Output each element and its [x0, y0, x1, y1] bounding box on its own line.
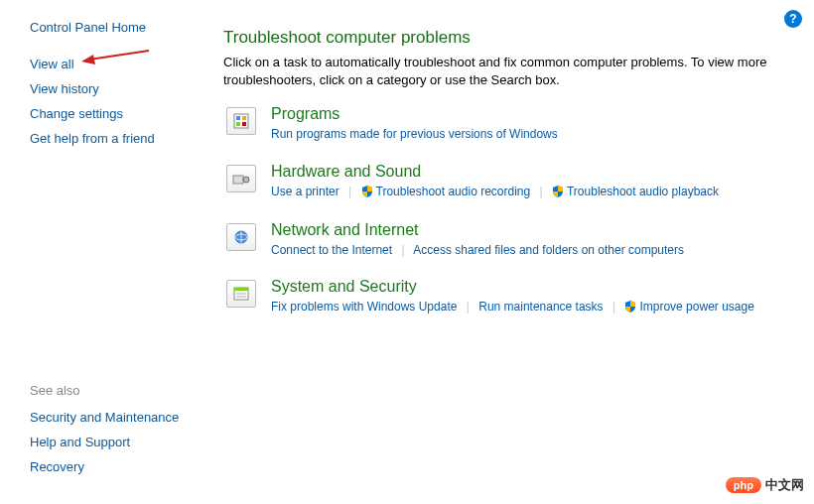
- separator: |: [401, 243, 404, 257]
- svg-rect-3: [236, 116, 240, 120]
- help-button[interactable]: ?: [784, 10, 802, 28]
- svg-rect-6: [242, 122, 246, 126]
- system-security-icon: [223, 278, 259, 310]
- watermark: php 中文网: [726, 476, 804, 494]
- svg-rect-7: [233, 176, 243, 184]
- watermark-text: 中文网: [765, 476, 804, 494]
- see-also-recovery[interactable]: Recovery: [30, 459, 208, 474]
- separator: |: [540, 185, 543, 198]
- uac-shield-icon: [624, 300, 636, 318]
- hardware-icon: [223, 163, 259, 194]
- page-title: Troubleshoot computer problems: [223, 28, 789, 48]
- separator: |: [467, 300, 470, 314]
- link-shared-files[interactable]: Access shared files and folders on other…: [413, 243, 684, 257]
- network-icon: [223, 221, 259, 253]
- category-title-hardware[interactable]: Hardware and Sound: [271, 163, 789, 181]
- category-title-network[interactable]: Network and Internet: [271, 221, 789, 239]
- category-system-security: System and Security Fix problems with Wi…: [223, 278, 789, 318]
- link-use-printer[interactable]: Use a printer: [271, 185, 339, 198]
- separator: |: [612, 300, 615, 314]
- uac-shield-icon: [361, 185, 373, 203]
- category-title-system[interactable]: System and Security: [271, 278, 789, 296]
- svg-rect-5: [236, 122, 240, 126]
- link-power-usage[interactable]: Improve power usage: [639, 300, 753, 314]
- watermark-badge: php: [726, 477, 761, 493]
- svg-rect-13: [234, 288, 248, 291]
- link-audio-playback[interactable]: Troubleshoot audio playback: [567, 185, 719, 198]
- main-content: Troubleshoot computer problems Click on …: [208, 0, 814, 504]
- link-audio-recording[interactable]: Troubleshoot audio recording: [376, 185, 531, 198]
- category-title-programs[interactable]: Programs: [271, 105, 789, 123]
- page-description: Click on a task to automatically trouble…: [223, 54, 789, 89]
- link-windows-update[interactable]: Fix problems with Windows Update: [271, 300, 457, 314]
- category-hardware-sound: Hardware and Sound Use a printer | Troub…: [223, 163, 789, 203]
- category-programs: Programs Run programs made for previous …: [223, 105, 789, 144]
- category-network: Network and Internet Connect to the Inte…: [223, 221, 789, 260]
- uac-shield-icon: [552, 185, 564, 203]
- see-also-header: See also: [30, 383, 208, 398]
- separator: |: [348, 185, 351, 198]
- link-maintenance[interactable]: Run maintenance tasks: [478, 300, 603, 314]
- svg-point-8: [243, 177, 249, 183]
- sidebar-link-change-settings[interactable]: Change settings: [30, 106, 208, 121]
- sidebar-link-get-help[interactable]: Get help from a friend: [30, 131, 208, 146]
- control-panel-home-link[interactable]: Control Panel Home: [30, 20, 208, 35]
- sidebar-link-view-history[interactable]: View history: [30, 81, 208, 96]
- see-also-security[interactable]: Security and Maintenance: [30, 410, 208, 425]
- link-run-previous-versions[interactable]: Run programs made for previous versions …: [271, 127, 558, 141]
- sidebar-link-view-all[interactable]: View all: [30, 57, 208, 71]
- sidebar: Control Panel Home View all View history…: [0, 0, 208, 504]
- see-also-help-support[interactable]: Help and Support: [30, 435, 208, 449]
- svg-rect-4: [242, 116, 246, 120]
- link-connect-internet[interactable]: Connect to the Internet: [271, 243, 392, 257]
- programs-icon: [223, 105, 259, 137]
